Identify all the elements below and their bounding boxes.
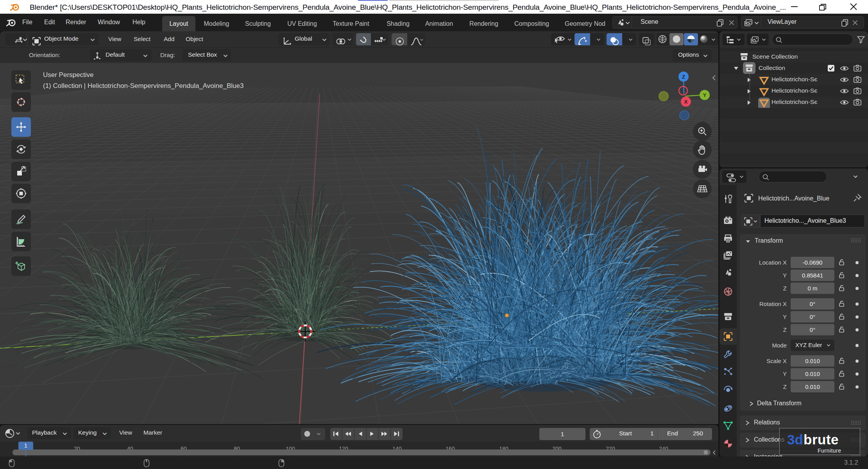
svg-text:Y: Y <box>703 92 706 98</box>
svg-text:Z: Z <box>682 74 685 80</box>
svg-text:X: X <box>684 99 687 105</box>
